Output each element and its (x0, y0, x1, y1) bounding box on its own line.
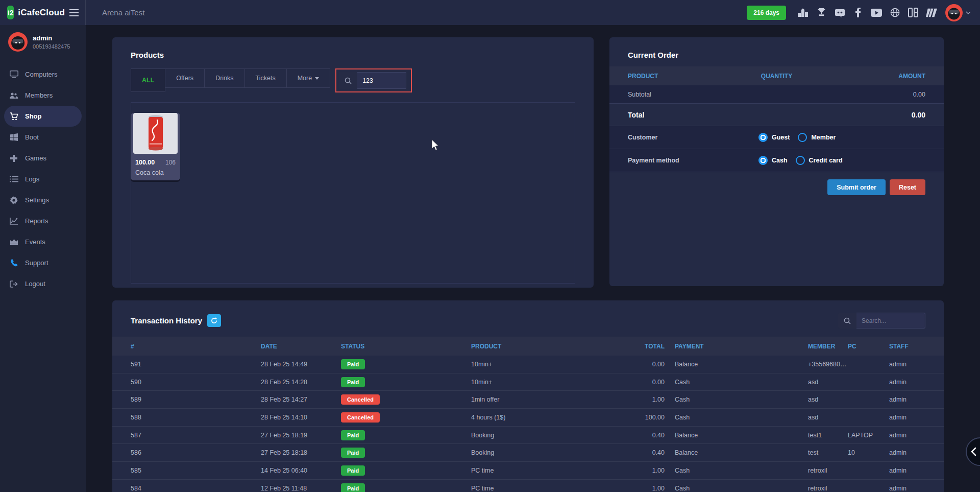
radio-unselected-icon[interactable] (796, 156, 805, 165)
column-header-total[interactable]: TOTAL (619, 343, 675, 350)
cell-status: Paid (341, 359, 471, 369)
cell-id: 584 (131, 485, 261, 492)
cell-payment: Cash (675, 467, 808, 474)
radio-selected-icon[interactable] (758, 156, 768, 165)
column-header-pc[interactable]: PC (848, 343, 889, 350)
transaction-row-587[interactable]: 58727 Feb 25 18:19PaidBooking0.40Balance… (112, 427, 944, 444)
sidebar-item-label: Members (25, 91, 53, 99)
cell-date: 28 Feb 25 14:28 (261, 379, 341, 386)
tab-all[interactable]: ALL (131, 68, 165, 92)
sidebar-item-logout[interactable]: Logout (0, 273, 86, 294)
subtotal-value: 0.00 (913, 91, 925, 98)
cell-pc: LAPTOP (848, 432, 889, 439)
submit-order-button[interactable]: Submit order (827, 179, 886, 195)
sidebar-item-shop[interactable]: Shop (4, 106, 82, 127)
sidebar-item-support[interactable]: Support (0, 252, 86, 273)
radio-selected-icon[interactable] (758, 133, 768, 142)
product-card-coca-cola[interactable]: 100.00106Coca cola (131, 113, 180, 180)
customer-option-member[interactable]: Member (798, 133, 836, 142)
column-header-date[interactable]: DATE (261, 343, 341, 350)
tab-tickets[interactable]: Tickets (245, 68, 287, 88)
payment-method-row: Payment method CashCredit card (609, 149, 944, 172)
caret-down-icon (315, 77, 319, 80)
transaction-row-588[interactable]: 58828 Feb 25 14:10Cancelled4 hours (1$)1… (112, 409, 944, 427)
refresh-button[interactable] (207, 314, 221, 327)
transactions-search-input[interactable] (856, 313, 925, 329)
tab-more[interactable]: More (287, 68, 330, 88)
column-header-staff[interactable]: STAFF (889, 343, 925, 350)
products-search-input[interactable] (357, 72, 406, 89)
icafecloud-logo-icon: i2 (7, 6, 14, 19)
cell-id: 585 (131, 467, 261, 474)
crown-icon (9, 239, 18, 245)
user-menu[interactable] (945, 4, 971, 21)
tab-label: More (298, 75, 312, 82)
reset-button[interactable]: Reset (890, 179, 925, 195)
transaction-row-585[interactable]: 58514 Feb 25 06:40PaidPC time1.00Cashret… (112, 462, 944, 480)
cell-total: 1.00 (619, 485, 675, 492)
sidebar-item-label: Computers (25, 71, 58, 78)
topbar: i2 iCafeCloud Arena aiTest 216 days (0, 0, 980, 25)
cell-product: Booking (471, 449, 619, 456)
tab-offers[interactable]: Offers (165, 68, 205, 88)
radio-unselected-icon[interactable] (798, 133, 807, 142)
column-header-status[interactable]: STATUS (341, 343, 471, 350)
sidebar-item-settings[interactable]: Settings (0, 190, 86, 210)
youtube-icon[interactable] (871, 7, 882, 18)
sidebar-item-members[interactable]: Members (0, 85, 86, 106)
payment-option-credit-card[interactable]: Credit card (796, 156, 843, 165)
tab-drinks[interactable]: Drinks (205, 68, 244, 88)
column-header-product[interactable]: PRODUCT (471, 343, 619, 350)
hamburger-menu-icon[interactable] (69, 9, 79, 17)
trophy-icon[interactable] (816, 7, 827, 18)
globe-icon[interactable] (889, 7, 900, 18)
sidebar-item-label: Logout (25, 280, 45, 288)
cell-payment: Cash (675, 485, 808, 492)
refresh-icon (211, 317, 217, 324)
transaction-history-panel: Transaction History #DATESTATUSPRODUCTTO… (112, 300, 944, 492)
cell-staff: admin (889, 396, 925, 403)
cell-staff: admin (889, 414, 925, 421)
ranking-icon[interactable] (797, 7, 808, 18)
transaction-row-584[interactable]: 58412 Feb 25 11:48PaidPC time1.00Cashret… (112, 480, 944, 492)
sidebar-item-computers[interactable]: Computers (0, 64, 86, 85)
column-header-member[interactable]: MEMBER (808, 343, 848, 350)
sidebar-user-avatar (8, 32, 28, 52)
user-avatar[interactable] (945, 4, 963, 21)
sidebar-item-logs[interactable]: Logs (0, 169, 86, 190)
discord-icon[interactable] (834, 7, 845, 18)
payment-option-cash[interactable]: Cash (758, 156, 788, 165)
transaction-row-586[interactable]: 58627 Feb 25 18:18PaidBooking0.40Balance… (112, 444, 944, 462)
current-order-panel: Current Order PRODUCT QUANTITY AMOUNT Su… (609, 37, 944, 286)
status-badge: Paid (341, 359, 365, 369)
cell-total: 1.00 (619, 467, 675, 474)
facebook-icon[interactable] (852, 7, 864, 18)
column-header-payment[interactable]: PAYMENT (675, 343, 808, 350)
cell-id: 590 (131, 379, 261, 386)
gizmo-icon[interactable] (926, 7, 937, 18)
sidebar-item-boot[interactable]: Boot (0, 127, 86, 148)
column-header--[interactable]: # (131, 343, 261, 350)
chart-icon (9, 218, 18, 225)
transaction-history-title: Transaction History (131, 316, 202, 325)
sidebar-item-reports[interactable]: Reports (0, 210, 86, 231)
cell-total: 1.00 (619, 396, 675, 403)
cell-staff: admin (889, 379, 925, 386)
status-badge: Cancelled (341, 412, 380, 423)
sidebar-item-events[interactable]: Events (0, 231, 86, 252)
tab-label: Tickets (256, 75, 276, 82)
collapse-panel-button[interactable] (966, 437, 980, 466)
order-col-amount: AMOUNT (826, 73, 925, 80)
product-stock: 106 (165, 159, 176, 166)
transaction-row-589[interactable]: 58928 Feb 25 14:27Cancelled1min offer1.0… (112, 391, 944, 409)
chevron-down-icon[interactable] (966, 11, 971, 14)
transaction-row-591[interactable]: 59128 Feb 25 14:49Paid10min+0.00Balance+… (112, 356, 944, 373)
sidebar-item-games[interactable]: Games (0, 148, 86, 169)
license-days-badge[interactable]: 216 days (747, 6, 786, 20)
sidebar-user-block[interactable]: admin 005193482475 (0, 25, 86, 59)
cell-member: test (808, 449, 848, 456)
icafe-icon[interactable] (908, 7, 919, 18)
customer-option-guest[interactable]: Guest (758, 133, 790, 142)
cell-id: 589 (131, 396, 261, 403)
transaction-row-590[interactable]: 59028 Feb 25 14:28Paid10min+0.00Cashasda… (112, 373, 944, 391)
